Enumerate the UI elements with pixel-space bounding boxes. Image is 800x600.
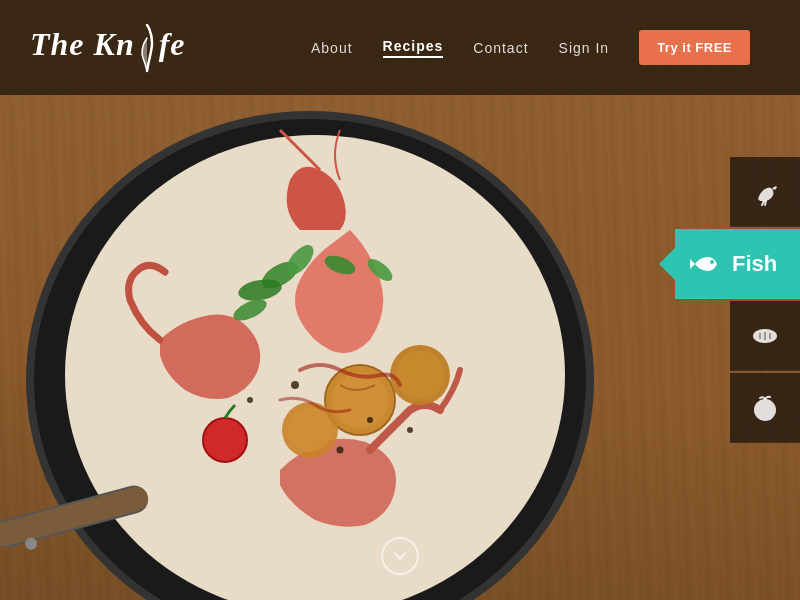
food-pan-scene — [0, 90, 730, 600]
svg-point-25 — [407, 427, 413, 433]
logo: The Kn fe — [30, 23, 186, 73]
sausage-icon — [750, 321, 780, 351]
main-nav: About Recipes Contact Sign In Try it FRE… — [186, 30, 770, 65]
logo-text-2: fe — [159, 26, 186, 62]
chevron-down-icon — [392, 548, 408, 564]
nav-contact[interactable]: Contact — [473, 40, 528, 56]
svg-point-8 — [332, 372, 388, 428]
category-meat[interactable] — [730, 301, 800, 371]
scroll-down-button[interactable] — [381, 537, 419, 575]
header: The Kn fe About Recipes Contact Sign In … — [0, 0, 800, 95]
category-poultry[interactable] — [730, 157, 800, 227]
svg-point-10 — [396, 351, 444, 399]
svg-point-22 — [367, 417, 373, 423]
category-vegetables[interactable] — [730, 373, 800, 443]
svg-point-26 — [710, 260, 714, 264]
svg-point-21 — [291, 381, 299, 389]
svg-point-31 — [754, 399, 776, 421]
nav-recipes[interactable]: Recipes — [383, 38, 444, 58]
svg-point-23 — [337, 447, 344, 454]
svg-point-24 — [247, 397, 253, 403]
fish-icon — [690, 249, 720, 279]
category-fish[interactable]: Fish — [675, 229, 800, 299]
logo-text: The Kn — [30, 26, 135, 62]
fish-label: Fish — [732, 251, 777, 277]
poultry-icon — [750, 177, 780, 207]
category-sidebar: Fish — [730, 0, 800, 600]
svg-point-12 — [288, 408, 332, 452]
nav-signin[interactable]: Sign In — [559, 40, 610, 56]
nav-about[interactable]: About — [311, 40, 353, 56]
tomato-icon — [750, 393, 780, 423]
logo-knife-icon — [136, 23, 158, 73]
